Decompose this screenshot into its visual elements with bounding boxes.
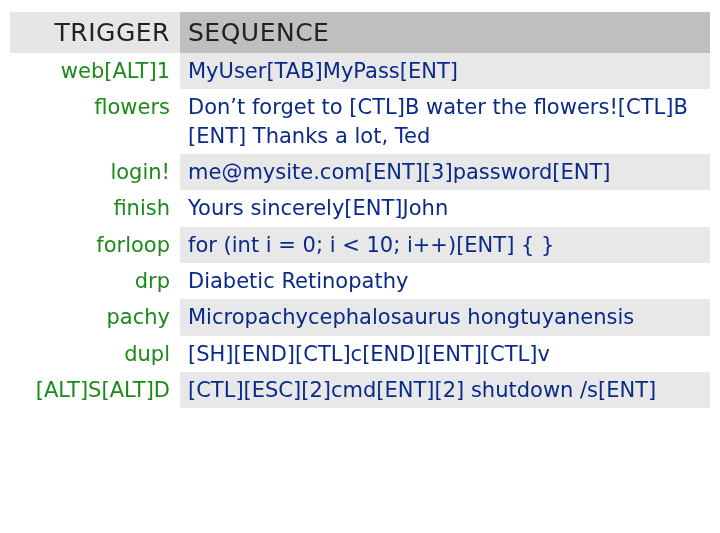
header-trigger: TRIGGER	[10, 12, 180, 53]
sequence-cell: Diabetic Retinopathy	[180, 263, 710, 299]
table-row: pachy Micropachycephalosaurus hongtuyane…	[10, 299, 710, 335]
trigger-cell: [ALT]S[ALT]D	[10, 372, 180, 408]
sequence-cell: MyUser[TAB]MyPass[ENT]	[180, 53, 710, 89]
header-sequence: SEQUENCE	[180, 12, 710, 53]
table-body: web[ALT]1 MyUser[TAB]MyPass[ENT] flowers…	[10, 53, 710, 408]
trigger-cell: finish	[10, 190, 180, 226]
trigger-cell: flowers	[10, 89, 180, 154]
table-row: login! me@mysite.com[ENT][3]password[ENT…	[10, 154, 710, 190]
table-row: web[ALT]1 MyUser[TAB]MyPass[ENT]	[10, 53, 710, 89]
table-row: dupl [SH][END][CTL]c[END][ENT][CTL]v	[10, 336, 710, 372]
table-row: drp Diabetic Retinopathy	[10, 263, 710, 299]
trigger-cell: web[ALT]1	[10, 53, 180, 89]
trigger-cell: forloop	[10, 227, 180, 263]
trigger-cell: pachy	[10, 299, 180, 335]
trigger-cell: drp	[10, 263, 180, 299]
sequence-cell: Micropachycephalosaurus hongtuyanensis	[180, 299, 710, 335]
sequence-cell: for (int i = 0; i < 10; i++)[ENT] { }	[180, 227, 710, 263]
table-row: [ALT]S[ALT]D [CTL][ESC][2]cmd[ENT][2] sh…	[10, 372, 710, 408]
shortcut-table: TRIGGER SEQUENCE web[ALT]1 MyUser[TAB]My…	[10, 12, 710, 408]
header-row: TRIGGER SEQUENCE	[10, 12, 710, 53]
sequence-cell: [CTL][ESC][2]cmd[ENT][2] shutdown /s[ENT…	[180, 372, 710, 408]
table-row: forloop for (int i = 0; i < 10; i++)[ENT…	[10, 227, 710, 263]
table-row: finish Yours sincerely[ENT]John	[10, 190, 710, 226]
sequence-cell: Don’t forget to [CTL]B water the flowers…	[180, 89, 710, 154]
trigger-cell: login!	[10, 154, 180, 190]
sequence-cell: [SH][END][CTL]c[END][ENT][CTL]v	[180, 336, 710, 372]
sequence-cell: Yours sincerely[ENT]John	[180, 190, 710, 226]
table-row: flowers Don’t forget to [CTL]B water the…	[10, 89, 710, 154]
page: TRIGGER SEQUENCE web[ALT]1 MyUser[TAB]My…	[0, 0, 720, 533]
sequence-cell: me@mysite.com[ENT][3]password[ENT]	[180, 154, 710, 190]
trigger-cell: dupl	[10, 336, 180, 372]
